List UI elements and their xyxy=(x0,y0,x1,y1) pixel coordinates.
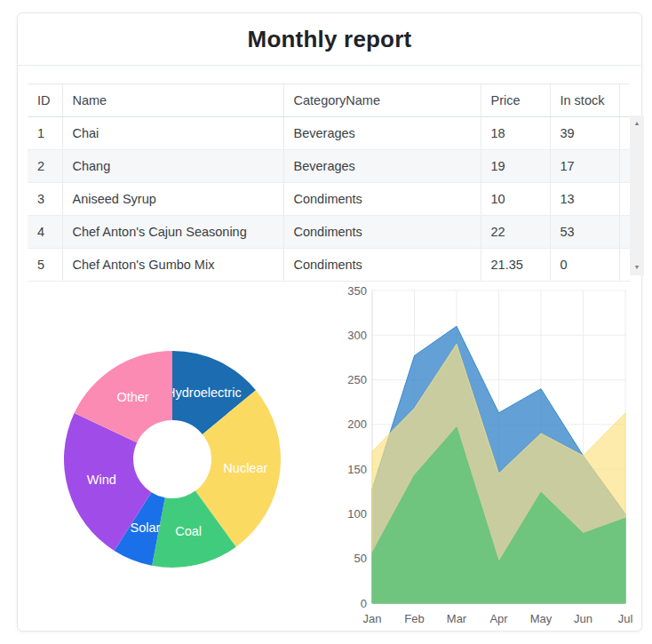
column-header-id[interactable]: ID xyxy=(28,84,62,117)
table-scrollbar[interactable]: ▲ ▼ xyxy=(630,115,644,275)
y-axis-tick-label: 150 xyxy=(347,463,367,476)
table-header-row: IDNameCategoryNamePriceIn stock xyxy=(28,84,630,117)
table-cell: Chef Anton's Cajun Seasoning xyxy=(62,216,283,249)
x-axis-tick-label: Mar xyxy=(447,612,467,625)
table-cell: 3 xyxy=(28,183,62,216)
table-cell: 4 xyxy=(28,216,62,249)
column-header-price[interactable]: Price xyxy=(481,84,550,117)
x-axis-tick-label: May xyxy=(530,612,553,625)
x-axis-tick-label: Feb xyxy=(404,612,424,625)
x-axis-tick-label: Apr xyxy=(489,612,508,625)
report-card: Monthly report IDNameCategoryNamePriceIn… xyxy=(17,12,642,632)
table-cell: 1 xyxy=(28,117,62,150)
y-axis-tick-label: 200 xyxy=(347,417,367,431)
table-cell: Aniseed Syrup xyxy=(62,183,283,216)
table-cell: Condiments xyxy=(283,216,481,249)
table-row[interactable]: 5Chef Anton's Gumbo MixCondiments21.350 xyxy=(28,249,630,282)
x-axis-tick-label: Jun xyxy=(574,612,592,625)
y-axis-tick-label: 50 xyxy=(354,552,367,565)
table-cell-filler xyxy=(619,216,630,249)
table-cell: 18 xyxy=(481,117,550,150)
column-header-categoryname[interactable]: CategoryName xyxy=(283,84,481,117)
x-axis-tick-label: Jul xyxy=(618,612,633,625)
table-cell-filler xyxy=(619,249,630,282)
table-cell: 53 xyxy=(550,216,619,249)
table-cell: Chai xyxy=(62,117,283,150)
table-cell: 39 xyxy=(550,117,619,150)
table-row[interactable]: 1ChaiBeverages1839 xyxy=(28,117,630,150)
table-cell-filler xyxy=(619,117,630,150)
pie-slice-label: Solar xyxy=(131,521,161,535)
pie-slice-label: Wind xyxy=(87,473,116,487)
energy-donut-chart[interactable]: HydroelectricNuclearCoalSolarWindOther xyxy=(61,348,283,570)
column-header-in-stock[interactable]: In stock xyxy=(550,84,619,117)
table-cell: 22 xyxy=(481,216,550,249)
table-row[interactable]: 3Aniseed SyrupCondiments1013 xyxy=(28,183,630,216)
y-axis-tick-label: 300 xyxy=(347,329,367,342)
table-cell: 0 xyxy=(550,249,619,282)
table-cell: 13 xyxy=(550,183,619,216)
table-cell: 21.35 xyxy=(481,249,550,282)
page-title: Monthly report xyxy=(248,26,412,53)
table-cell: 2 xyxy=(28,150,62,183)
monthly-area-chart[interactable]: 050100150200250300350JanFebMarAprMayJunJ… xyxy=(338,282,646,630)
table-cell: 10 xyxy=(481,183,550,216)
y-axis-tick-label: 350 xyxy=(347,284,367,298)
table-body: 1ChaiBeverages18392ChangBeverages19173An… xyxy=(28,117,630,282)
table-cell: Condiments xyxy=(283,249,481,282)
page: Monthly report IDNameCategoryNamePriceIn… xyxy=(0,0,652,644)
table-row[interactable]: 4Chef Anton's Cajun SeasoningCondiments2… xyxy=(28,216,630,249)
products-table: IDNameCategoryNamePriceIn stock 1ChaiBev… xyxy=(28,83,630,282)
x-axis-tick-label: Jan xyxy=(363,612,382,625)
pie-slice-label: Other xyxy=(116,390,148,404)
table-cell: 17 xyxy=(550,150,619,183)
table-cell-filler xyxy=(619,183,630,216)
pie-slice-label: Hydroelectric xyxy=(166,386,242,400)
scroll-down-icon[interactable]: ▼ xyxy=(630,261,644,274)
table-row[interactable]: 2ChangBeverages1917 xyxy=(28,150,630,183)
table-cell: Beverages xyxy=(283,117,481,150)
scroll-up-icon[interactable]: ▲ xyxy=(630,117,644,130)
report-header: Monthly report xyxy=(18,13,641,66)
products-table-container: IDNameCategoryNamePriceIn stock 1ChaiBev… xyxy=(28,83,644,276)
table-cell: 19 xyxy=(481,150,550,183)
table-header: IDNameCategoryNamePriceIn stock xyxy=(28,84,630,117)
pie-slice-label: Nuclear xyxy=(223,461,267,475)
column-header-name[interactable]: Name xyxy=(62,84,283,117)
y-axis-tick-label: 0 xyxy=(361,597,367,610)
table-cell: Chang xyxy=(62,150,283,183)
pie-slice-label: Coal xyxy=(175,524,202,538)
table-cell: Condiments xyxy=(283,183,481,216)
table-cell: 5 xyxy=(28,249,62,282)
table-cell: Chef Anton's Gumbo Mix xyxy=(62,249,283,282)
y-axis-tick-label: 250 xyxy=(347,373,367,386)
y-axis-tick-label: 100 xyxy=(347,507,367,521)
table-cell-filler xyxy=(619,150,630,183)
column-header-filler xyxy=(619,84,630,117)
table-cell: Beverages xyxy=(283,150,481,183)
